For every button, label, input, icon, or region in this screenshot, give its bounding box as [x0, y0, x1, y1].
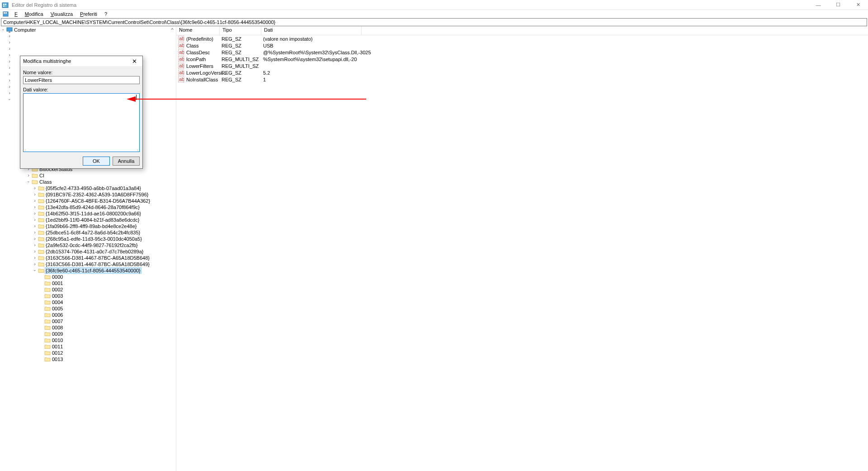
twisty-icon[interactable]	[6, 96, 13, 103]
tree-item[interactable]: {1ed2bbf9-11f0-4084-b21f-ad83a8e6dcdc}	[0, 217, 176, 223]
tree-item[interactable]: {13e42dfa-85d9-424d-8646-28a70f864f9c}	[0, 204, 176, 210]
list-row[interactable]: abClassREG_SZUSB	[176, 42, 868, 49]
maximize-button[interactable]: ☐	[828, 0, 848, 10]
tree-item[interactable]: {36fc9e60-c465-11cf-8056-444553540000}	[0, 267, 176, 274]
scroll-left-icon[interactable]: ‹	[24, 147, 26, 152]
list-row[interactable]: abIconPathREG_MULTI_SZ%SystemRoot%\syste…	[176, 56, 868, 62]
tree-item[interactable]: 0007	[0, 318, 176, 324]
tree-item[interactable]: 0005	[0, 305, 176, 312]
folder-icon	[44, 318, 51, 324]
twisty-icon[interactable]	[6, 84, 13, 90]
twisty-icon[interactable]	[6, 90, 13, 96]
twisty-icon[interactable]	[32, 223, 38, 229]
tree-item[interactable]: 0000	[0, 274, 176, 280]
tree-item[interactable]: {1fa09b66-2ff8-4ff9-89ab-bd4e8ce2e48e}	[0, 223, 176, 229]
tree-label: 0005	[52, 306, 63, 311]
dialog-titlebar[interactable]: Modifica multistringhe ✕	[20, 56, 142, 66]
twisty-icon[interactable]	[32, 255, 38, 261]
tree-item[interactable]: 0012	[0, 350, 176, 356]
ok-button[interactable]: OK	[83, 157, 110, 166]
twisty-icon[interactable]	[32, 217, 38, 223]
menu-edit[interactable]: Modifica	[21, 11, 47, 17]
list-row[interactable]: abClassDescREG_SZ@%SystemRoot%\System32\…	[176, 49, 868, 56]
tree-label: 0004	[52, 300, 63, 305]
tree-item[interactable]: 0002	[0, 286, 176, 293]
twisty-icon[interactable]	[6, 33, 13, 39]
twisty-icon[interactable]	[32, 229, 38, 236]
twisty-icon[interactable]	[25, 179, 32, 185]
list-row[interactable]: abLowerFiltersREG_MULTI_SZ	[176, 62, 868, 69]
tree-item[interactable]: 0008	[0, 324, 176, 331]
tree-item[interactable]: CI	[0, 172, 176, 179]
scroll-up-icon[interactable]: ^	[169, 26, 176, 33]
folder-icon	[38, 261, 44, 267]
tree-item[interactable]: 0010	[0, 337, 176, 343]
tree-item[interactable]	[0, 33, 176, 39]
twisty-icon[interactable]	[6, 58, 13, 65]
tree-item[interactable]: {3163C566-D381-4467-87BC-A65A18D5B648}	[0, 255, 176, 261]
dialog-close-button[interactable]: ✕	[129, 58, 140, 65]
tree-label: 0010	[52, 338, 63, 343]
close-button[interactable]: ✕	[848, 0, 868, 10]
twisty-icon[interactable]	[32, 191, 38, 198]
twisty-icon[interactable]	[32, 248, 38, 255]
twisty-icon[interactable]	[6, 52, 13, 58]
tree-item[interactable]	[0, 46, 176, 52]
twisty-icon[interactable]	[32, 261, 38, 267]
tree-item[interactable]: 0011	[0, 343, 176, 350]
value-data-textarea[interactable]: ‹›	[23, 93, 140, 152]
twisty-icon[interactable]	[32, 185, 38, 191]
menu-view[interactable]: Visualizza	[47, 11, 76, 17]
twisty-icon[interactable]	[32, 210, 38, 217]
menu-file[interactable]: F	[11, 11, 21, 17]
tree-item[interactable]: Computer	[0, 27, 176, 33]
tree-item[interactable]: {2db15374-706e-4131-a0c7-d7c78eb0289a}	[0, 248, 176, 255]
cancel-button[interactable]: Annulla	[113, 157, 140, 166]
tree-item[interactable]	[0, 39, 176, 46]
tree-item[interactable]: {2a9fe532-0cdc-44f9-9827-76192f2ca2fb}	[0, 242, 176, 248]
twisty-icon[interactable]	[25, 172, 32, 179]
folder-icon	[44, 356, 51, 362]
twisty-icon[interactable]	[32, 242, 38, 248]
twisty-icon[interactable]	[6, 65, 13, 71]
column-type[interactable]: Tipo	[220, 26, 261, 35]
tree-item[interactable]: 0003	[0, 293, 176, 299]
value-name-input[interactable]	[23, 76, 140, 84]
tree-item[interactable]: {1264760F-A5C8-4BFE-B314-D56A7B44A362}	[0, 198, 176, 204]
menu-favorites[interactable]: Preferiti	[76, 11, 101, 17]
tree-item[interactable]: 0013	[0, 356, 176, 362]
twisty-icon[interactable]	[6, 46, 13, 52]
tree-item[interactable]: {268c95a1-edfe-11d3-95c3-0010dc4050a5}	[0, 236, 176, 242]
list-row[interactable]: abNoInstallClassREG_SZ1	[176, 76, 868, 83]
twisty-icon[interactable]	[32, 198, 38, 204]
column-name[interactable]: Nome	[176, 26, 220, 35]
twisty-icon[interactable]	[6, 77, 13, 84]
twisty-icon[interactable]	[6, 39, 13, 46]
tree-item[interactable]: {091BC97E-2352-4362-A539-10A6D8FF7596}	[0, 191, 176, 198]
list-row[interactable]: ab(Predefinito)REG_SZ(valore non imposta…	[176, 35, 868, 42]
scroll-right-icon[interactable]: ›	[137, 147, 138, 152]
tree-item[interactable]: 0006	[0, 312, 176, 318]
tree-item[interactable]: {3163C566-D381-4467-87BC-A65A18D5B649}	[0, 261, 176, 267]
tree-label: 0011	[52, 344, 63, 349]
twisty-icon[interactable]	[32, 236, 38, 242]
twisty-icon[interactable]	[32, 267, 38, 274]
cell-data: 5.2	[263, 70, 868, 76]
column-data[interactable]: Dati	[261, 26, 362, 35]
tree-item[interactable]: {14b62f50-3f15-11dd-ae16-0800200c9a66}	[0, 210, 176, 217]
list-row[interactable]: abLowerLogoVersi...REG_SZ5.2	[176, 69, 868, 76]
tree-item[interactable]: {25dbce51-6c8f-4a72-8a6d-b54c2b4fc835}	[0, 229, 176, 236]
menu-help[interactable]: ?	[101, 11, 111, 17]
tree-item[interactable]: Class	[0, 179, 176, 185]
twisty-icon[interactable]	[32, 204, 38, 210]
tree-label: CI	[39, 173, 45, 178]
tree-label: {1fa09b66-2ff8-4ff9-89ab-bd4e8ce2e48e}	[45, 224, 137, 229]
twisty-icon[interactable]	[6, 71, 13, 77]
address-bar[interactable]: Computer\HKEY_LOCAL_MACHINE\SYSTEM\Curre…	[1, 18, 867, 26]
minimize-button[interactable]: —	[808, 0, 828, 10]
twisty-icon[interactable]	[0, 27, 6, 33]
tree-item[interactable]: 0009	[0, 331, 176, 337]
tree-item[interactable]: 0001	[0, 280, 176, 286]
tree-item[interactable]: {05f5cfe2-4733-4950-a6bb-07aad01a3a84}	[0, 185, 176, 191]
tree-item[interactable]: 0004	[0, 299, 176, 305]
